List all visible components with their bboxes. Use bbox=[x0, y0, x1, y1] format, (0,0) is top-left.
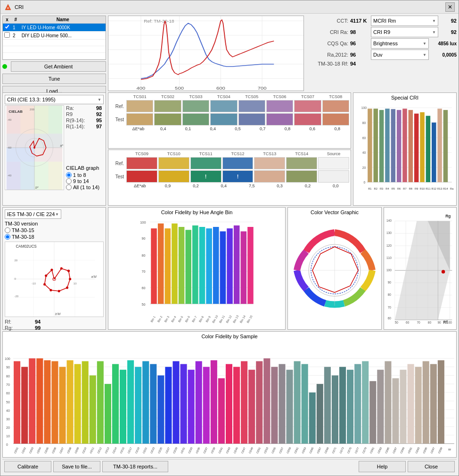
radio-all[interactable]: All (1 to 14) bbox=[66, 184, 104, 190]
svg-text:100: 100 bbox=[361, 106, 367, 109]
svg-text:60: 60 bbox=[406, 321, 410, 324]
source-row-2[interactable]: 2 DIY LED U-Home 500... bbox=[3, 32, 106, 40]
tcs10-ref bbox=[158, 157, 189, 169]
ce87-bar bbox=[392, 378, 399, 444]
svg-point-90 bbox=[50, 269, 53, 271]
tcs-bottom-row: TCS09 TCS10 TCS11 TCS12 TCS13 TCS14 Sour… bbox=[108, 150, 351, 206]
svg-point-87 bbox=[49, 289, 52, 291]
ce73-bar bbox=[339, 367, 346, 444]
metrics-row-2: CRI Ra: 98 CRI R9 ▼ 92 bbox=[306, 27, 457, 37]
svg-point-89 bbox=[45, 275, 47, 277]
svg-text:R5: R5 bbox=[392, 187, 395, 190]
radio-tm30-18[interactable]: TM-30-18 bbox=[5, 234, 104, 240]
cri-r9-dropdown[interactable]: CRI R9 ▼ bbox=[371, 27, 438, 37]
scri-bar-r9 bbox=[414, 114, 419, 182]
tm30-dropdown[interactable]: IES TM-30 / CIE 224 ▼ bbox=[5, 209, 61, 219]
radio-9-to-14[interactable]: 9 to 14 bbox=[66, 178, 104, 184]
svg-text:60: 60 bbox=[141, 286, 145, 290]
tune-button[interactable]: Tune bbox=[2, 74, 106, 84]
ce01-bar bbox=[14, 361, 20, 444]
cri-r1-14-display: 97 bbox=[96, 124, 102, 129]
svg-point-88 bbox=[43, 283, 46, 285]
source-checkbox-2[interactable] bbox=[4, 32, 10, 38]
tcs13-test bbox=[254, 170, 285, 183]
ce03-bar bbox=[29, 359, 35, 444]
tcs14-ref bbox=[286, 157, 317, 169]
calibrate-button[interactable]: Calibrate bbox=[4, 461, 51, 472]
ce67-bar bbox=[317, 384, 323, 444]
svg-text:80: 80 bbox=[141, 253, 145, 258]
svg-text:70: 70 bbox=[417, 321, 420, 324]
svg-text:R11: R11 bbox=[426, 187, 430, 190]
close-icon[interactable]: ✕ bbox=[445, 2, 455, 12]
metrics-row-1: CCT: 4117 K MCRI Rm ▼ 92 bbox=[306, 16, 457, 26]
svg-text:500: 500 bbox=[175, 86, 184, 91]
tcs03-ref bbox=[182, 100, 209, 112]
svg-text:700: 700 bbox=[258, 86, 267, 91]
ce83-bar bbox=[377, 370, 384, 444]
tcs04-ref bbox=[210, 100, 237, 112]
source-name-2: DIY LED U-Home 500... bbox=[20, 32, 106, 40]
svg-text:0: 0 bbox=[14, 277, 16, 280]
fidelity-section: Color Fidelity by Sample 100 90 80 70 60… bbox=[2, 331, 457, 458]
svg-text:80: 80 bbox=[6, 375, 10, 378]
svg-text:R1: R1 bbox=[368, 187, 371, 190]
tcs-test-label-2: Test bbox=[110, 174, 125, 179]
svg-text:50: 50 bbox=[6, 401, 10, 404]
mcri-dropdown[interactable]: MCRI Rm ▼ bbox=[371, 16, 438, 26]
delta-04-val: 0,5 bbox=[226, 126, 250, 131]
ce89-bar bbox=[400, 370, 407, 444]
svg-text:80: 80 bbox=[428, 321, 432, 324]
radio-1-to-8[interactable]: 1 to 8 bbox=[66, 172, 104, 178]
ce21-bar bbox=[142, 361, 149, 444]
tcs08-ref bbox=[322, 100, 349, 112]
tcs07-ref bbox=[294, 100, 321, 112]
tm30-rf-display: 94 bbox=[35, 319, 41, 325]
tcs-h-08: TCS08 bbox=[322, 94, 349, 99]
cri-dropdown[interactable]: CRI (CIE 13.3: 1995) ▼ bbox=[5, 95, 104, 104]
save-to-file-button[interactable]: Save to file... bbox=[53, 461, 100, 472]
rg-rf-point bbox=[442, 270, 445, 273]
bin14-bar bbox=[241, 231, 247, 304]
get-ambient-button[interactable]: Get Ambient bbox=[11, 61, 106, 72]
scri-bar-r14 bbox=[443, 110, 448, 182]
ce25-bar bbox=[157, 376, 164, 444]
ce11-bar bbox=[90, 376, 96, 444]
tm30-reports-button[interactable]: TM-30-18 reports... bbox=[102, 461, 168, 472]
source-row-1[interactable]: 1 IY LED U-Home 4000K bbox=[3, 24, 106, 32]
tcs01-test bbox=[126, 113, 153, 125]
tcs-ref-row-2: Ref. bbox=[110, 157, 349, 169]
ce99-bar bbox=[438, 360, 444, 444]
source-name-1: IY LED U-Home 4000K bbox=[20, 24, 106, 32]
svg-text:50: 50 bbox=[141, 302, 145, 307]
scri-bar-r12 bbox=[432, 123, 436, 182]
cqs-value: 96 bbox=[350, 41, 369, 46]
tcs-h-07: TCS07 bbox=[294, 94, 321, 99]
svg-text:-40: -40 bbox=[8, 174, 12, 177]
ce63-bar bbox=[302, 364, 308, 444]
svg-text:120: 120 bbox=[386, 244, 392, 247]
svg-text:Bin 8: Bin 8 bbox=[198, 315, 204, 323]
tcs08-test bbox=[322, 113, 349, 125]
svg-text:a*: a* bbox=[60, 144, 63, 147]
bin1-bar bbox=[151, 228, 157, 304]
close-button[interactable]: Close bbox=[408, 461, 455, 472]
tcs-h-03: TCS03 bbox=[182, 94, 209, 99]
brightness-dropdown[interactable]: Brightness ▼ bbox=[371, 38, 429, 49]
ce31-bar bbox=[180, 364, 187, 444]
color-vector-svg bbox=[290, 216, 379, 325]
scri-bar-r5 bbox=[391, 109, 396, 182]
ce57-bar bbox=[279, 364, 285, 444]
delta-09-val: 0,9 bbox=[154, 184, 181, 188]
source-checkbox-1[interactable] bbox=[4, 24, 10, 30]
bin5-bar bbox=[179, 227, 185, 304]
bottom-bar: Calibrate Save to file... TM-30-18 repor… bbox=[2, 459, 457, 474]
svg-text:0: 0 bbox=[6, 443, 8, 446]
radio-tm30-15[interactable]: TM-30-15 bbox=[5, 227, 104, 233]
duv-dropdown[interactable]: Duv ▼ bbox=[371, 50, 429, 60]
color-vector-title: Color Vector Graphic bbox=[290, 209, 379, 215]
delta-12-val: 7,5 bbox=[238, 184, 265, 188]
cielab-area: a* b* -60 -40 -40 200 CIELAB bbox=[5, 105, 104, 190]
tcs01-ref bbox=[126, 100, 153, 112]
help-button[interactable]: Help bbox=[359, 461, 406, 472]
